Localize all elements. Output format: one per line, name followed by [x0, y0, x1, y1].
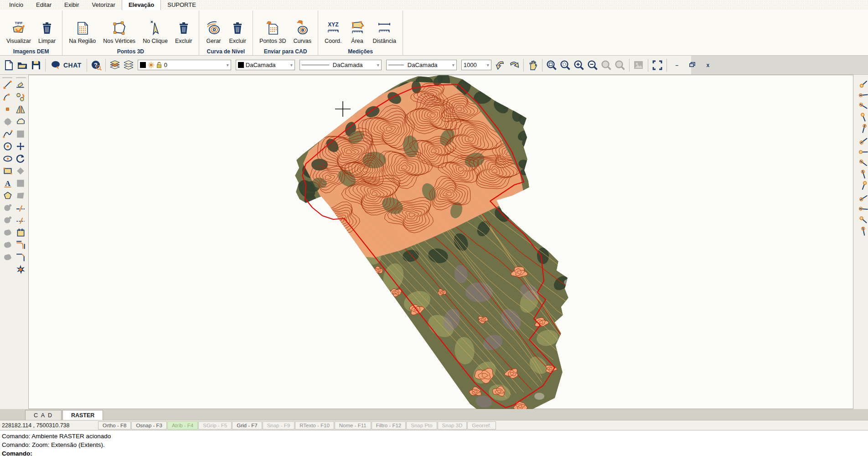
zoom-next-button[interactable]: [613, 58, 627, 72]
note-tool-icon[interactable]: [15, 227, 26, 238]
status-toggle-snap-pto[interactable]: Snap Pto: [406, 421, 437, 430]
scale-dropdown[interactable]: 1000 ▾: [461, 60, 491, 70]
disabled-tool-icon[interactable]: [15, 166, 26, 176]
pan-button[interactable]: [526, 58, 540, 72]
zoom-in-button[interactable]: [572, 58, 586, 72]
help-button[interactable]: ?: [89, 58, 103, 72]
menu-tab-inicio[interactable]: Início: [3, 0, 30, 10]
break-tool-icon[interactable]: [15, 202, 26, 213]
linetype-dropdown[interactable]: DaCamada ▾: [300, 60, 382, 70]
fullscreen-button[interactable]: [651, 58, 664, 72]
zoom-out-button[interactable]: [586, 58, 599, 72]
break-at-point-tool-icon[interactable]: [15, 215, 26, 226]
restore-window-button[interactable]: [685, 61, 700, 69]
enviar-curvas-button[interactable]: Curvas: [289, 12, 315, 45]
coord-button[interactable]: XYZ Coord.: [321, 12, 346, 45]
status-toggle-filtro-f12[interactable]: Filtro - F12: [372, 421, 406, 430]
status-toggle-ortho-f8[interactable]: Ortho - F8: [98, 421, 131, 430]
status-toggle-rtexto-f10[interactable]: RTexto - F10: [295, 421, 334, 430]
enviar-pontos-3d-button[interactable]: Pontos 3D: [256, 12, 289, 45]
excluir-curvas-button[interactable]: Excluir: [226, 12, 250, 45]
disabled-tool-icon[interactable]: [2, 202, 13, 213]
chamfer-tool-icon[interactable]: [15, 252, 26, 263]
mirror-tool-icon[interactable]: [15, 104, 26, 115]
new-file-button[interactable]: [2, 58, 16, 72]
redo-button[interactable]: [507, 58, 521, 72]
menu-tab-exibir[interactable]: Exibir: [58, 0, 86, 10]
snap-magnet-icon[interactable]: [859, 227, 868, 238]
visualizar-button[interactable]: TIFF Visualizar: [3, 12, 35, 45]
draw-line-tool-icon[interactable]: [2, 79, 13, 90]
draw-arc-tool-icon[interactable]: [2, 92, 13, 103]
image-view-button[interactable]: [632, 58, 646, 72]
snap-perpendicular-icon[interactable]: [859, 170, 868, 181]
disabled-tool-icon[interactable]: [15, 178, 26, 189]
point-tool-icon[interactable]: [2, 104, 13, 115]
lineweight-dropdown[interactable]: DaCamada ▾: [386, 60, 457, 70]
status-toggle-snap-f9[interactable]: Snap - F9: [263, 421, 295, 430]
rectangle-tool-icon[interactable]: [2, 166, 13, 176]
snap-center-icon[interactable]: [859, 101, 868, 113]
menu-tab-suporte[interactable]: SUPORTE: [161, 0, 202, 10]
snap-node-icon[interactable]: [859, 158, 868, 170]
explode-tool-icon[interactable]: [15, 264, 26, 275]
disabled-tool-icon[interactable]: [2, 227, 13, 238]
layer-states-button[interactable]: [122, 58, 135, 72]
snap-nearest-icon[interactable]: [859, 192, 868, 204]
move-tool-icon[interactable]: [15, 141, 26, 152]
save-file-button[interactable]: [29, 58, 43, 72]
tab-cad[interactable]: C A D: [25, 410, 62, 420]
snap-tangent-icon[interactable]: [859, 181, 868, 192]
status-toggle-nome-f11[interactable]: Nome - F11: [335, 421, 371, 430]
zoom-extents-button[interactable]: [558, 58, 572, 72]
status-toggle-georref[interactable]: Georref.: [467, 421, 496, 430]
color-dropdown[interactable]: DaCamada ▾: [236, 60, 295, 70]
status-toggle-sgrip-f5[interactable]: SGrip - F5: [198, 421, 232, 430]
revision-cloud-tool-icon[interactable]: [15, 116, 26, 127]
tab-raster[interactable]: RASTER: [62, 410, 103, 420]
zoom-window-button[interactable]: [545, 58, 558, 72]
no-clique-button[interactable]: No Clique: [139, 12, 171, 45]
layer-dropdown[interactable]: 0 ▾: [138, 60, 231, 70]
snap-parallel-icon[interactable]: [859, 215, 868, 227]
zoom-previous-button[interactable]: [599, 58, 613, 72]
snap-endpoint-icon[interactable]: [859, 78, 868, 90]
snap-insertion-icon[interactable]: [859, 204, 868, 215]
palette-handle[interactable]: [0, 78, 28, 78]
status-toggle-snap-3d[interactable]: Snap 3D: [438, 421, 467, 430]
fillet-tool-icon[interactable]: [15, 239, 26, 250]
drawing-canvas[interactable]: [28, 75, 853, 409]
chat-button[interactable]: CHAT: [48, 58, 84, 72]
text-tool-icon[interactable]: A: [2, 178, 13, 189]
disabled-tool-icon[interactable]: [15, 190, 26, 201]
minimize-window-button[interactable]: –: [669, 62, 685, 68]
snap-quadrant-icon[interactable]: [859, 147, 868, 158]
close-window-button[interactable]: x: [700, 62, 716, 68]
disabled-tool-icon[interactable]: [2, 252, 13, 263]
ellipse-tool-icon[interactable]: [2, 153, 13, 164]
menu-tab-elevacao[interactable]: Elevação: [122, 0, 161, 10]
open-file-button[interactable]: [16, 58, 29, 72]
trim-tool-icon[interactable]: [15, 79, 26, 90]
snap-extension-icon[interactable]: [859, 135, 868, 147]
snap-intersection-icon[interactable]: [859, 113, 868, 124]
disabled-tool-icon[interactable]: [15, 129, 26, 140]
circle-tool-icon[interactable]: [2, 141, 13, 152]
limpar-button[interactable]: Limpar: [35, 12, 59, 45]
undo-button[interactable]: [494, 58, 507, 72]
area-button[interactable]: Área: [346, 12, 369, 45]
snap-apparent-icon[interactable]: [859, 124, 868, 135]
excluir-pontos-button[interactable]: Excluir: [171, 12, 196, 45]
status-toggle-atrib-f4[interactable]: Atrib - F4: [167, 421, 198, 430]
snap-midpoint-icon[interactable]: [859, 90, 868, 101]
spline-tool-icon[interactable]: [2, 129, 13, 140]
status-toggle-osnap-f3[interactable]: Osnap - F3: [131, 421, 167, 430]
disabled-tool-icon[interactable]: [2, 239, 13, 250]
swap-tool-icon[interactable]: [15, 92, 26, 103]
disabled-tool-icon[interactable]: [2, 215, 13, 226]
distancia-button[interactable]: Distância: [369, 12, 400, 45]
menu-tab-vetorizar[interactable]: Vetorizar: [86, 0, 122, 10]
na-regiao-button[interactable]: Na Região: [65, 12, 99, 45]
gerar-curvas-button[interactable]: Gerar: [202, 12, 226, 45]
disabled-tool-icon[interactable]: [2, 116, 13, 127]
